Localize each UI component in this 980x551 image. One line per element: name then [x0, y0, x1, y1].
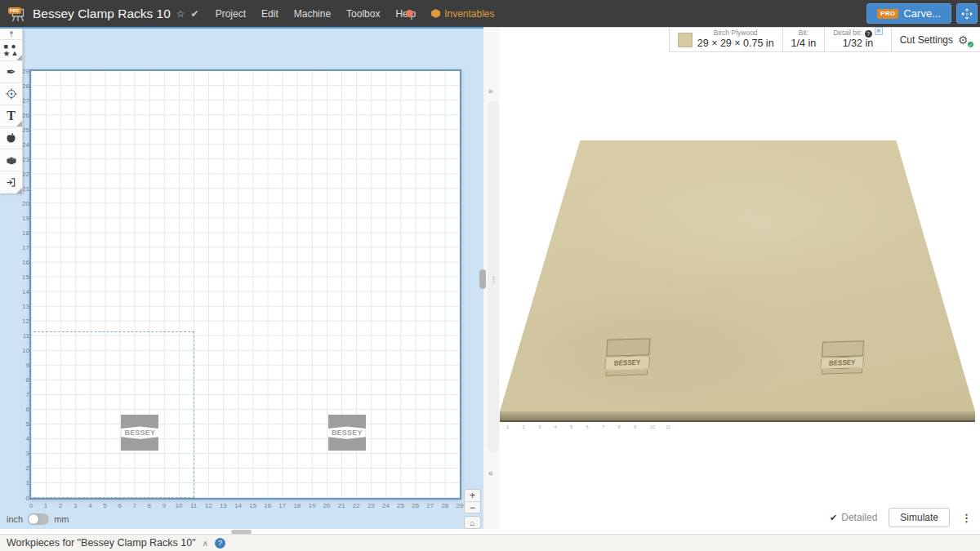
text-tool-button[interactable]: T	[0, 105, 22, 127]
inventables-gem-icon	[431, 9, 440, 18]
bessey-logo-band: BESSEY	[121, 426, 158, 439]
favorite-star-icon[interactable]: ☆	[176, 8, 185, 20]
board-front-edge	[500, 411, 975, 422]
ruler-y-label: 12	[17, 318, 29, 325]
ruler-y-label: 20	[17, 200, 29, 207]
ruler-x-label: 11	[186, 502, 201, 509]
detail-bit-help-icon[interactable]: ?	[865, 30, 872, 38]
ruler-x-label: 8	[142, 502, 157, 509]
gear-check-badge: ✓	[967, 41, 974, 48]
ruler-x-label: 2	[53, 502, 68, 509]
ruler-x-label: 27	[423, 502, 438, 509]
import-icon	[5, 176, 17, 189]
bit-section[interactable]: Bit: 1/4 in	[783, 28, 826, 51]
collapse-left-icon[interactable]: «	[488, 469, 493, 478]
toggle-knob	[29, 514, 38, 524]
expand-workpieces-icon[interactable]: ∧	[203, 539, 208, 548]
ruler-y-label: 15	[17, 273, 29, 281]
ruler-y-label: 11	[17, 332, 29, 340]
cut-settings-section[interactable]: Cut Settings ⚙ ✓	[892, 28, 980, 51]
plywood-board-3d	[500, 140, 975, 411]
ruler-x-label: 26	[408, 502, 423, 509]
ruler-x-label: 22	[349, 502, 363, 509]
divider-drag-handle[interactable]	[479, 269, 486, 289]
menu-item-toolbox[interactable]: Toolbox	[346, 8, 380, 20]
workpieces-help-icon[interactable]: ?	[215, 538, 225, 549]
design-canvas[interactable]: BESSEYBESSEY	[29, 69, 461, 500]
panel-divider: » ⋮ «	[483, 27, 500, 529]
ruler-y-label: 13	[17, 303, 29, 310]
ruler-x-label: 23	[363, 502, 378, 509]
home-view-button[interactable]: ⌂	[464, 516, 481, 529]
shapes-tool-button[interactable]: ■●★▲	[0, 40, 22, 61]
ruler-x-label: 1	[38, 502, 53, 509]
detail-bit-section[interactable]: Detail bit: ? ✕ 1/32 in	[825, 28, 891, 51]
zoom-out-button[interactable]: −	[465, 502, 480, 513]
saved-check-icon: ✔	[191, 8, 199, 20]
zoom-in-button[interactable]: +	[465, 490, 480, 502]
apple-icon	[5, 132, 17, 144]
preview-menu-dots[interactable]: ⋮	[961, 512, 972, 524]
selection-rectangle	[29, 331, 194, 498]
pin-icon	[7, 30, 16, 38]
unit-toggle-switch[interactable]	[28, 513, 49, 525]
ruler-x-label: 9	[157, 502, 172, 509]
material-section[interactable]: Birch Plywood 29 × 29 × 0.75 in	[670, 28, 783, 51]
crosshair-icon	[5, 87, 18, 100]
detailed-check-icon: ✔	[830, 513, 837, 523]
cut-settings-label: Cut Settings	[900, 34, 953, 46]
topbar: PRO Bessey Clamp Racks 10 ☆ ✔ ProjectEdi…	[0, 0, 980, 27]
ruler-y-label: 5	[17, 420, 29, 428]
ruler-x-label: 20	[319, 502, 334, 509]
collapse-right-icon[interactable]: »	[488, 87, 493, 96]
text-icon: T	[7, 109, 16, 123]
easel-logo[interactable]: PRO	[8, 5, 28, 23]
ruler-y-label: 7	[17, 391, 29, 398]
ruler-y-label: 0	[17, 495, 29, 502]
jog-machine-button[interactable]	[956, 3, 978, 24]
unit-toggle[interactable]: inch mm	[7, 513, 69, 525]
ruler-x-label: 5	[98, 502, 113, 509]
ruler-x-label: 3	[68, 502, 82, 509]
ruler-x-label: 16	[261, 502, 275, 509]
project-title[interactable]: Bessey Clamp Racks 10	[33, 7, 171, 21]
ruler-x-label: 10	[172, 502, 186, 509]
carve-pro-badge: PRO	[877, 9, 899, 19]
ruler-x-label: 25	[394, 502, 408, 509]
preview-3d-panel[interactable]: 1234567891011 Birch Plywood 29 × 29 × 0.…	[500, 27, 980, 534]
menu-item-project[interactable]: Project	[216, 8, 246, 20]
unit-mm-label: mm	[54, 514, 69, 524]
ruler-x-label: 24	[378, 502, 393, 509]
bessey-logo-band: BESSEY	[328, 426, 366, 439]
ruler-x-label: 15	[246, 502, 261, 509]
ruler-y-label: 17	[17, 244, 29, 251]
bit-label: Bit:	[799, 29, 808, 38]
pin-sidebar-button[interactable]	[0, 29, 22, 40]
carve-button[interactable]: PRO Carve...	[866, 3, 951, 24]
ruler-x-label: 4	[82, 502, 97, 509]
bessey-logo-3d: BESSEY	[605, 338, 651, 376]
import-button[interactable]	[0, 171, 22, 193]
brick-icon	[5, 154, 18, 167]
ruler-y-label: 16	[17, 259, 29, 266]
detailed-toggle[interactable]: ✔ Detailed	[830, 512, 877, 523]
bessey-logo-2d[interactable]: BESSEY	[121, 415, 158, 451]
material-blocks-button[interactable]	[0, 149, 22, 171]
toolbar-sidebar: ■●★▲ ✒ T	[0, 29, 23, 193]
bessey-logo-2d[interactable]: BESSEY	[328, 415, 366, 451]
material-name: Birch Plywood	[714, 29, 758, 38]
menu-item-machine[interactable]: Machine	[294, 8, 331, 20]
inventables-link[interactable]: Inventables	[431, 8, 494, 20]
workpieces-bar[interactable]: Workpieces for "Bessey Clamp Racks 10" ∧…	[0, 534, 980, 551]
ruler-y-label: 4	[17, 435, 29, 442]
drill-point-tool-button[interactable]	[0, 83, 22, 105]
zoom-controls: + −	[464, 489, 481, 513]
material-bar: Birch Plywood 29 × 29 × 0.75 in Bit: 1/4…	[669, 28, 980, 52]
simulate-button[interactable]: Simulate	[889, 508, 950, 527]
pen-tool-button[interactable]: ✒	[0, 61, 22, 83]
material-dimensions: 29 × 29 × 0.75 in	[697, 38, 774, 49]
menu-item-edit[interactable]: Edit	[261, 8, 278, 20]
ruler-y-label: 9	[17, 362, 29, 369]
detail-bit-remove-icon[interactable]: ✕	[875, 27, 883, 35]
icon-library-button[interactable]	[0, 127, 22, 149]
